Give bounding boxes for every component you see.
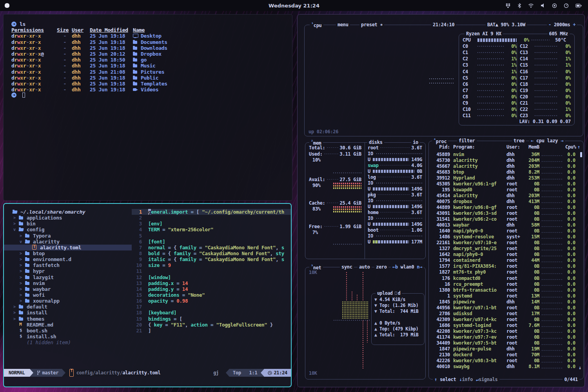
process-row[interactable]: 45305 kworker/u96:1-gf root 0B 0.0 [432,181,580,187]
file-icon [19,305,25,309]
proc-tree-toggle[interactable]: tree [512,138,526,143]
tree-item[interactable]: ~/.local/share/omarchy [4,209,132,215]
process-row[interactable]: 45889 nvim dhh 36M 0.0 [432,151,580,157]
process-row[interactable]: 44889 kworker/u96:0-gf root 0B 0.0 [432,204,580,210]
down-speed: 4.54 KiB/s [379,297,405,302]
tree-item[interactable]: > waybar [4,286,132,292]
net-auto-toggle[interactable]: auto [358,264,372,270]
tree-item[interactable]: > fastfetch [4,262,132,268]
process-row[interactable]: 1577 irq/81-PIXA3854: root 0B 0.0 [432,263,580,269]
process-row[interactable]: 1327 dmcrypt_write/25 root 0B 0.0 [432,246,580,252]
cpu-frequency: 605 MHz [548,31,570,36]
screencast-icon[interactable] [552,3,557,8]
select-action[interactable]: ↑ select [433,377,457,382]
process-row[interactable]: 1642 napi/phy0-0 root 0B 0.0 [432,252,580,258]
process-row[interactable]: 45683 btop dhh 8.2M 0.0 [432,169,580,175]
tree-item[interactable]: > install [4,310,132,316]
code-line: 7 normal = { family = "CaskaydiaMono Ner… [132,245,291,250]
process-row[interactable]: 2786 udisksd root 17M 0.0 [432,310,580,316]
code-text: [env] [148,221,162,227]
process-row[interactable]: 34409 kworker/u97:5-bt root 0B 0.0 [432,340,580,346]
process-row[interactable]: 42208 kworker/u97:3-kc root 0B 0.0 [432,328,580,334]
editor-window[interactable]: ~/.local/share/omarchy > applications > … [3,203,292,387]
process-row[interactable]: 45730 alacritty dhh 204M 0.0 [432,157,580,163]
tree-item[interactable]: > Typora [4,233,132,239]
tree-item[interactable]: > btop [4,250,132,256]
net-interface[interactable]: ←b wlan0 n→ [391,264,424,270]
tree-item[interactable]: (1 hidden item) [4,339,132,345]
process-row[interactable]: 42309 kworker/u97:4-kc root 0B 0.0 [432,316,580,322]
tree-item[interactable]: v config [4,227,132,232]
dropbox-icon[interactable] [505,3,511,8]
file-icon [19,317,25,321]
tab-cpu[interactable]: ¹cpu [310,22,323,28]
btop-window[interactable]: ¹cpu menu preset ∗ 21:24:10 BAT▲ 98% 3.1… [297,14,585,387]
process-row[interactable]: 1686 systemd-logind root 7.6M 0.0 [432,322,580,328]
process-row[interactable]: 31541 kworker/u96:2-co root 0B 0.0 [432,216,580,222]
tree-item[interactable]: > nvim [4,280,132,286]
process-row[interactable]: 195 kswapd0 root 0B 0.0 [432,187,580,192]
volume-icon[interactable] [541,3,545,8]
process-row[interactable]: 176 kcompactd0 root 0B 0.0 [432,275,580,281]
gauge-icon[interactable] [564,3,569,8]
process-row[interactable]: 45414 alacritty dhh 203M 0.0 [432,192,580,198]
terminal-window[interactable]: ➜ ls Permissions Size User Date Modified… [3,14,292,201]
tree-item[interactable]: > environment.d [4,256,132,262]
signals-action[interactable]: ↵signals [474,377,499,382]
tree-item[interactable]: > wofi [4,292,132,298]
proc-sort-control[interactable]: ← cpu lazy → [529,138,565,143]
process-row[interactable]: 40075 dropbox dhh 413M 0.0 [432,198,580,204]
process-row[interactable]: 39912 Hyprland dhh 253M 0.0 [432,175,580,181]
process-row[interactable]: 43091 kworker/u96:3-sd root 0B 0.0 [432,210,580,216]
tree-item[interactable]: boot.sh [4,328,132,334]
process-row[interactable]: 16 rcu_preempt root 0B 0.0 [432,281,580,287]
mode-indicator: NORMAL [4,369,30,377]
refresh-interval[interactable]: - 2000ms + [547,22,577,27]
process-row[interactable]: 41174 kworker/u97:7-ev root 0B 0.0 [432,334,580,340]
tree-item[interactable]: > bin [4,221,132,227]
tree-item[interactable]: README.md [4,322,132,328]
process-row[interactable]: 2130 dockerd root 70M 0.0 [432,352,580,358]
battery-icon[interactable] [575,4,582,8]
net-sync-toggle[interactable]: sync [340,264,354,270]
bluetooth-icon[interactable] [517,3,521,8]
tree-item[interactable]: > default [4,304,132,310]
tree-item[interactable]: > themes [4,316,132,322]
tab-proc[interactable]: ⁴proc [432,138,448,144]
process-row[interactable]: 44956 kworker/u97:1-bt root 0B 0.0 [432,305,580,310]
process-row[interactable]: 1486 systemd-resolve syst+ 15M 0.0 [432,234,580,240]
tree-item[interactable]: alacritty.toml [4,245,132,250]
menu-button[interactable]: menu [336,22,350,27]
tree-item[interactable]: > applications [4,215,132,221]
shell-prompt-empty[interactable]: ➜ [11,93,292,98]
sort-direction-icon[interactable]: ↑ [575,144,580,150]
scroll-down-icon[interactable]: ↓ [579,365,581,370]
process-row[interactable]: 1827 mt76-tx phy0 root 0B 0.0 [432,269,580,275]
tree-item[interactable]: > xournalpp [4,298,132,304]
proc-filter-button[interactable]: filter [457,138,477,143]
process-row[interactable]: 45667 alacritty dhh 203M 0.0 [432,163,580,169]
process-row[interactable]: 40013 waybar dhh 58M 0.0 [432,222,580,228]
info-action[interactable]: ↓info [457,377,474,382]
process-row[interactable]: 40010 swaybg dhh 8.1M 0.0 [432,364,580,370]
tree-item[interactable]: > lazygit [4,274,132,280]
wifi-icon[interactable] [528,3,534,8]
process-row[interactable]: 1794 containerd root 44M 0.0 [432,258,580,263]
process-row[interactable]: 1640 napi/phy0-0 root 0B 0.0 [432,228,580,234]
net-zero-toggle[interactable]: zero [374,264,388,270]
user: root [506,311,523,316]
preset-button[interactable]: preset ∗ [359,22,384,27]
process-row[interactable]: 1 systemd root 13M 0.0 [432,293,580,299]
process-row[interactable]: 42226 kworker/u98:3-bt root 0B 0.0 [432,358,580,364]
command-line[interactable] [4,377,291,387]
code-buffer[interactable]: 1 general.import = [ "~/.config/omarchy/… [132,204,291,369]
line-number: 3 [132,221,142,227]
tree-item[interactable]: install.sh [4,334,132,339]
tree-item[interactable]: > hypr [4,268,132,274]
tree-item[interactable]: v alacritty [4,239,132,245]
process-row[interactable]: 1380 btrfs-transactio root 0B 0.0 [432,287,580,293]
proc-scrollbar[interactable] [580,152,582,157]
process-row[interactable]: 22161 kworker/u97:10-e root 0B 0.0 [432,240,580,246]
process-row[interactable]: 1847 pipewire-pulse dhh 19M 0.0 [432,346,580,352]
process-row[interactable]: 1845 pipewire dhh 14M 0.0 [432,299,580,305]
